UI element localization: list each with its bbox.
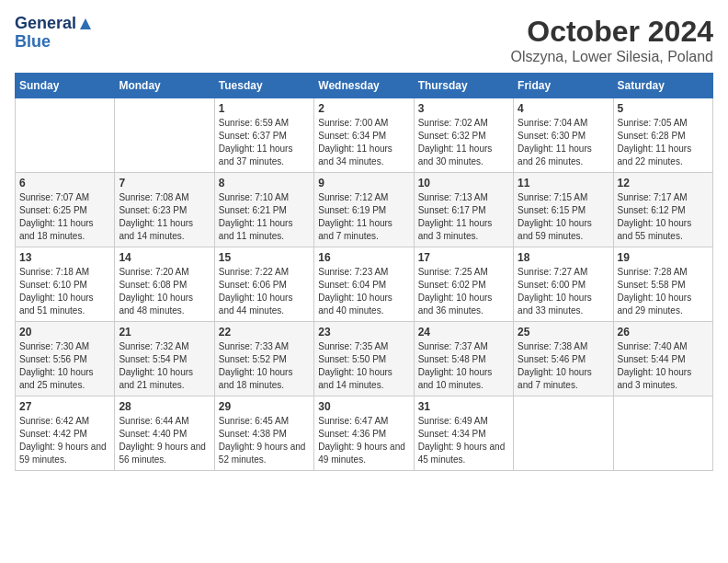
day-number: 2 bbox=[318, 102, 409, 115]
day-number: 1 bbox=[219, 102, 310, 115]
logo-icon bbox=[78, 17, 93, 31]
calendar-cell: 5Sunrise: 7:05 AM Sunset: 6:28 PM Daylig… bbox=[613, 98, 712, 173]
day-info: Sunrise: 7:40 AM Sunset: 5:44 PM Dayligh… bbox=[618, 340, 709, 392]
header-sunday: Sunday bbox=[16, 74, 115, 98]
header-monday: Monday bbox=[115, 74, 214, 98]
day-info: Sunrise: 6:44 AM Sunset: 4:40 PM Dayligh… bbox=[119, 415, 210, 466]
calendar-cell: 14Sunrise: 7:20 AM Sunset: 6:08 PM Dayli… bbox=[115, 247, 214, 322]
calendar-cell: 10Sunrise: 7:13 AM Sunset: 6:17 PM Dayli… bbox=[414, 173, 513, 247]
day-info: Sunrise: 7:17 AM Sunset: 6:12 PM Dayligh… bbox=[618, 191, 709, 243]
calendar-cell: 17Sunrise: 7:25 AM Sunset: 6:02 PM Dayli… bbox=[414, 247, 513, 322]
day-number: 27 bbox=[19, 400, 110, 413]
page-subtitle: Olszyna, Lower Silesia, Poland bbox=[510, 49, 713, 65]
day-number: 19 bbox=[618, 251, 709, 264]
calendar-cell: 25Sunrise: 7:38 AM Sunset: 5:46 PM Dayli… bbox=[514, 322, 613, 396]
day-info: Sunrise: 7:33 AM Sunset: 5:52 PM Dayligh… bbox=[219, 340, 310, 392]
calendar-cell: 3Sunrise: 7:02 AM Sunset: 6:32 PM Daylig… bbox=[414, 98, 513, 173]
day-number: 17 bbox=[418, 251, 509, 264]
calendar-cell: 20Sunrise: 7:30 AM Sunset: 5:56 PM Dayli… bbox=[16, 322, 115, 396]
calendar-cell: 7Sunrise: 7:08 AM Sunset: 6:23 PM Daylig… bbox=[115, 173, 214, 247]
day-number: 30 bbox=[318, 400, 409, 413]
svg-marker-0 bbox=[80, 18, 91, 29]
page-title: October 2024 bbox=[510, 15, 713, 49]
calendar-cell: 31Sunrise: 6:49 AM Sunset: 4:34 PM Dayli… bbox=[414, 396, 513, 471]
day-number: 29 bbox=[219, 400, 310, 413]
calendar-cell: 22Sunrise: 7:33 AM Sunset: 5:52 PM Dayli… bbox=[214, 322, 313, 396]
calendar-week-row: 20Sunrise: 7:30 AM Sunset: 5:56 PM Dayli… bbox=[16, 322, 713, 396]
calendar-cell: 6Sunrise: 7:07 AM Sunset: 6:25 PM Daylig… bbox=[16, 173, 115, 247]
day-info: Sunrise: 7:22 AM Sunset: 6:06 PM Dayligh… bbox=[219, 266, 310, 317]
day-info: Sunrise: 6:42 AM Sunset: 4:42 PM Dayligh… bbox=[19, 415, 110, 466]
day-info: Sunrise: 7:13 AM Sunset: 6:17 PM Dayligh… bbox=[418, 191, 509, 243]
day-number: 14 bbox=[119, 251, 210, 264]
calendar-cell: 4Sunrise: 7:04 AM Sunset: 6:30 PM Daylig… bbox=[514, 98, 613, 173]
day-info: Sunrise: 7:10 AM Sunset: 6:21 PM Dayligh… bbox=[219, 191, 310, 243]
calendar-cell: 15Sunrise: 7:22 AM Sunset: 6:06 PM Dayli… bbox=[214, 247, 313, 322]
day-number: 25 bbox=[518, 326, 609, 339]
day-info: Sunrise: 7:27 AM Sunset: 6:00 PM Dayligh… bbox=[518, 266, 609, 317]
day-info: Sunrise: 7:02 AM Sunset: 6:32 PM Dayligh… bbox=[418, 117, 509, 168]
day-number: 9 bbox=[318, 177, 409, 190]
day-number: 3 bbox=[418, 102, 509, 115]
day-number: 15 bbox=[219, 251, 310, 264]
calendar-cell: 1Sunrise: 6:59 AM Sunset: 6:37 PM Daylig… bbox=[214, 98, 313, 173]
day-info: Sunrise: 7:15 AM Sunset: 6:15 PM Dayligh… bbox=[518, 191, 609, 243]
calendar-cell bbox=[514, 396, 613, 471]
logo-blue: Blue bbox=[15, 33, 93, 52]
day-info: Sunrise: 7:28 AM Sunset: 5:58 PM Dayligh… bbox=[618, 266, 709, 317]
calendar-cell: 11Sunrise: 7:15 AM Sunset: 6:15 PM Dayli… bbox=[514, 173, 613, 247]
header-saturday: Saturday bbox=[613, 74, 712, 98]
day-number: 11 bbox=[518, 177, 609, 190]
day-info: Sunrise: 7:37 AM Sunset: 5:48 PM Dayligh… bbox=[418, 340, 509, 392]
day-info: Sunrise: 7:18 AM Sunset: 6:10 PM Dayligh… bbox=[19, 266, 110, 317]
day-number: 28 bbox=[119, 400, 210, 413]
day-info: Sunrise: 7:05 AM Sunset: 6:28 PM Dayligh… bbox=[618, 117, 709, 168]
day-number: 5 bbox=[618, 102, 709, 115]
logo: General Blue bbox=[15, 15, 93, 52]
calendar-cell: 23Sunrise: 7:35 AM Sunset: 5:50 PM Dayli… bbox=[314, 322, 414, 396]
day-info: Sunrise: 7:38 AM Sunset: 5:46 PM Dayligh… bbox=[518, 340, 609, 392]
calendar-cell bbox=[115, 98, 214, 173]
header-tuesday: Tuesday bbox=[214, 74, 313, 98]
day-number: 31 bbox=[418, 400, 509, 413]
title-block: October 2024 Olszyna, Lower Silesia, Pol… bbox=[510, 15, 713, 65]
calendar-cell: 27Sunrise: 6:42 AM Sunset: 4:42 PM Dayli… bbox=[16, 396, 115, 471]
calendar-cell: 9Sunrise: 7:12 AM Sunset: 6:19 PM Daylig… bbox=[314, 173, 414, 247]
day-number: 22 bbox=[219, 326, 310, 339]
day-number: 6 bbox=[19, 177, 110, 190]
header-thursday: Thursday bbox=[414, 74, 513, 98]
day-info: Sunrise: 7:04 AM Sunset: 6:30 PM Dayligh… bbox=[518, 117, 609, 168]
calendar-week-row: 27Sunrise: 6:42 AM Sunset: 4:42 PM Dayli… bbox=[16, 396, 713, 471]
day-number: 12 bbox=[618, 177, 709, 190]
day-info: Sunrise: 7:30 AM Sunset: 5:56 PM Dayligh… bbox=[19, 340, 110, 392]
day-info: Sunrise: 7:23 AM Sunset: 6:04 PM Dayligh… bbox=[318, 266, 409, 317]
day-number: 13 bbox=[19, 251, 110, 264]
calendar-cell bbox=[16, 98, 115, 173]
day-number: 24 bbox=[418, 326, 509, 339]
day-number: 8 bbox=[219, 177, 310, 190]
day-number: 26 bbox=[618, 326, 709, 339]
day-number: 4 bbox=[518, 102, 609, 115]
day-info: Sunrise: 7:32 AM Sunset: 5:54 PM Dayligh… bbox=[119, 340, 210, 392]
day-number: 21 bbox=[119, 326, 210, 339]
day-info: Sunrise: 7:20 AM Sunset: 6:08 PM Dayligh… bbox=[119, 266, 210, 317]
day-number: 16 bbox=[318, 251, 409, 264]
calendar-cell: 19Sunrise: 7:28 AM Sunset: 5:58 PM Dayli… bbox=[613, 247, 712, 322]
logo-general: General bbox=[15, 15, 76, 33]
calendar-table: SundayMondayTuesdayWednesdayThursdayFrid… bbox=[15, 73, 713, 471]
day-number: 7 bbox=[119, 177, 210, 190]
calendar-cell: 29Sunrise: 6:45 AM Sunset: 4:38 PM Dayli… bbox=[214, 396, 313, 471]
calendar-cell: 12Sunrise: 7:17 AM Sunset: 6:12 PM Dayli… bbox=[613, 173, 712, 247]
calendar-cell: 2Sunrise: 7:00 AM Sunset: 6:34 PM Daylig… bbox=[314, 98, 414, 173]
day-info: Sunrise: 6:49 AM Sunset: 4:34 PM Dayligh… bbox=[418, 415, 509, 466]
day-info: Sunrise: 7:25 AM Sunset: 6:02 PM Dayligh… bbox=[418, 266, 509, 317]
day-info: Sunrise: 6:59 AM Sunset: 6:37 PM Dayligh… bbox=[219, 117, 310, 168]
day-number: 10 bbox=[418, 177, 509, 190]
calendar-header-row: SundayMondayTuesdayWednesdayThursdayFrid… bbox=[16, 74, 713, 98]
day-number: 23 bbox=[318, 326, 409, 339]
calendar-week-row: 1Sunrise: 6:59 AM Sunset: 6:37 PM Daylig… bbox=[16, 98, 713, 173]
calendar-cell: 24Sunrise: 7:37 AM Sunset: 5:48 PM Dayli… bbox=[414, 322, 513, 396]
calendar-cell: 13Sunrise: 7:18 AM Sunset: 6:10 PM Dayli… bbox=[16, 247, 115, 322]
day-number: 18 bbox=[518, 251, 609, 264]
header-friday: Friday bbox=[514, 74, 613, 98]
